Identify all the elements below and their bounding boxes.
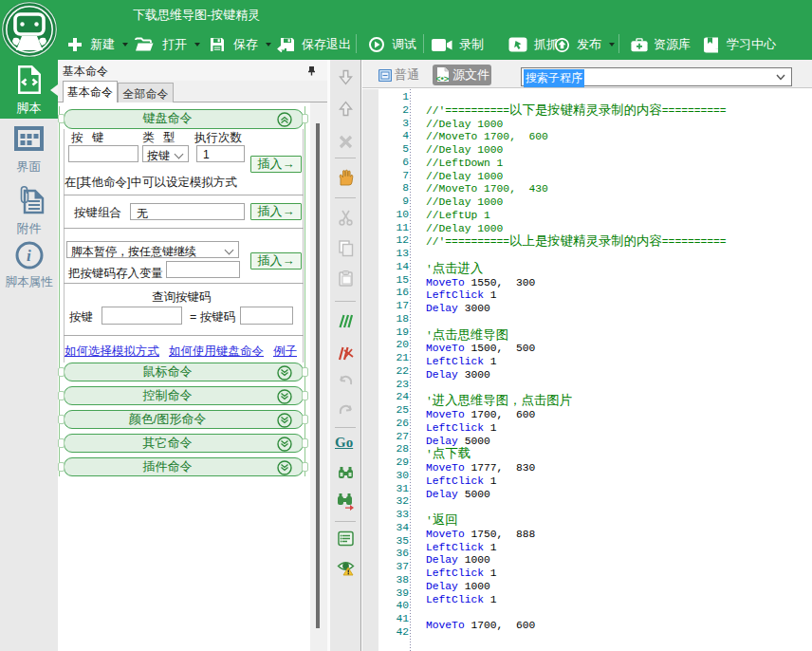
svg-text:i: i [27,247,31,265]
svg-text:<•>: <•> [436,73,450,84]
